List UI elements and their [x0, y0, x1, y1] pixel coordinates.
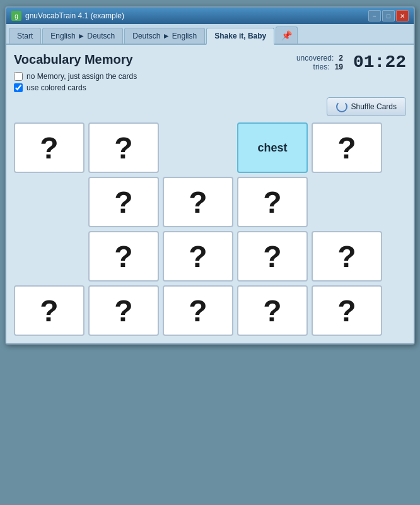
title-bar-left: g gnuVocabTrain 4.1 (example)	[11, 11, 124, 21]
card-row-2: ? ? ?	[88, 177, 406, 227]
main-window: g gnuVocabTrain 4.1 (example) − □ ✕ Star…	[5, 6, 415, 345]
colored-cards-label: use colored cards	[26, 83, 86, 92]
card-3-5[interactable]: ?	[312, 231, 382, 282]
close-button[interactable]: ✕	[396, 10, 409, 21]
no-memory-label: no Memory, just assign the cards	[26, 72, 137, 81]
uncovered-row: uncovered: 2	[296, 54, 343, 62]
card-4-2[interactable]: ?	[88, 285, 159, 336]
card-4-1[interactable]: ?	[14, 285, 85, 336]
card-3-3[interactable]: ?	[163, 231, 233, 282]
card-2-2[interactable]: ?	[88, 177, 159, 227]
card-1-4[interactable]: chest	[237, 122, 308, 173]
timer-display: 01:22	[353, 52, 406, 72]
tab-bar: Start English ► Deutsch Deutsch ► Englis…	[6, 24, 414, 45]
card-grid: ? ? chest ? ? ? ? ? ? ? ? ? ?	[14, 122, 406, 336]
tab-de-en[interactable]: Deutsch ► English	[124, 28, 205, 44]
card-1-2[interactable]: ?	[88, 122, 159, 173]
no-memory-checkbox[interactable]	[14, 72, 23, 81]
colored-cards-row[interactable]: use colored cards	[14, 83, 137, 92]
tries-label: tries:	[313, 62, 330, 71]
card-1-3	[163, 122, 233, 173]
card-2-3[interactable]: ?	[163, 177, 233, 227]
header-right: uncovered: 2 tries: 19 01:22	[296, 52, 406, 72]
card-1-5[interactable]: ?	[312, 122, 382, 173]
no-memory-row[interactable]: no Memory, just assign the cards	[14, 72, 137, 81]
card-row-1: ? ? chest ?	[14, 122, 406, 173]
title-buttons: − □ ✕	[368, 10, 409, 21]
page-title: Vocabulary Memory	[14, 52, 137, 67]
shuffle-button[interactable]: Shuffle Cards	[327, 97, 407, 116]
tab-shake[interactable]: Shake it, Baby	[206, 28, 274, 45]
header-row: Vocabulary Memory no Memory, just assign…	[14, 52, 406, 92]
card-4-5[interactable]: ?	[312, 285, 382, 336]
card-2-4[interactable]: ?	[237, 177, 308, 227]
shuffle-button-label: Shuffle Cards	[351, 102, 397, 111]
stats-timer-group: uncovered: 2 tries: 19	[296, 54, 343, 71]
stats-panel: uncovered: 2 tries: 19	[296, 54, 343, 71]
card-row-4: ? ? ? ? ?	[14, 285, 406, 336]
minimize-button[interactable]: −	[368, 10, 381, 21]
content-area: Vocabulary Memory no Memory, just assign…	[6, 45, 414, 343]
card-1-1[interactable]: ?	[14, 122, 85, 173]
shuffle-icon	[336, 101, 347, 112]
uncovered-label: uncovered:	[296, 54, 334, 62]
maximize-button[interactable]: □	[382, 10, 395, 21]
card-3-2[interactable]: ?	[88, 231, 159, 282]
colored-cards-checkbox[interactable]	[14, 83, 23, 92]
card-row-3: ? ? ? ?	[88, 231, 406, 282]
card-4-4[interactable]: ?	[237, 285, 308, 336]
tries-row: tries: 19	[296, 62, 343, 71]
controls-left: no Memory, just assign the cards use col…	[14, 72, 137, 92]
uncovered-value: 2	[339, 54, 343, 62]
tab-pin[interactable]: 📌	[276, 27, 298, 44]
app-icon: g	[11, 11, 21, 21]
tab-start[interactable]: Start	[9, 28, 41, 44]
title-bar: g gnuVocabTrain 4.1 (example) − □ ✕	[6, 8, 414, 24]
tries-value: 19	[335, 62, 343, 71]
tab-en-de[interactable]: English ► Deutsch	[42, 28, 123, 44]
card-4-3[interactable]: ?	[163, 285, 233, 336]
window-title: gnuVocabTrain 4.1 (example)	[25, 11, 124, 20]
card-3-4[interactable]: ?	[237, 231, 308, 282]
header-left: Vocabulary Memory no Memory, just assign…	[14, 52, 137, 92]
